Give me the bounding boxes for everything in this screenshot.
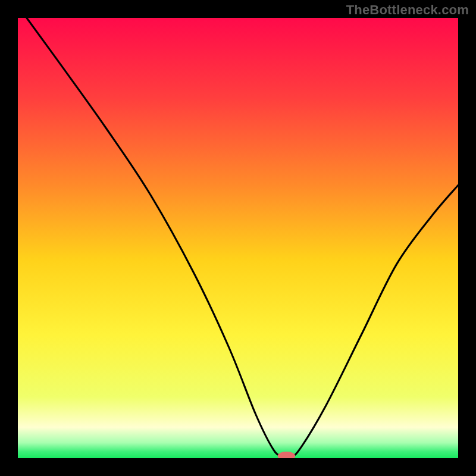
- chart-svg: [18, 18, 458, 458]
- watermark-text: TheBottleneck.com: [346, 2, 469, 18]
- chart-container: TheBottleneck.com: [0, 0, 476, 476]
- plot-background: [18, 18, 458, 458]
- plot-area: [18, 18, 458, 458]
